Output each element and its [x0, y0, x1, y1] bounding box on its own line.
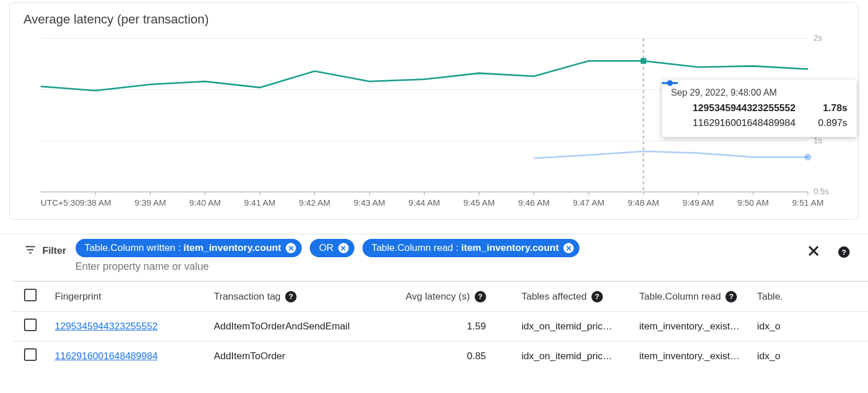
svg-text:9:41 AM: 9:41 AM: [244, 198, 275, 207]
chip-remove-icon[interactable]: ✕: [563, 243, 574, 253]
fingerprint-link[interactable]: 1295345944323255552: [55, 321, 158, 332]
chip-or-label: OR: [319, 242, 334, 254]
filter-input[interactable]: [76, 257, 797, 274]
table-row: 1162916001648489984 AddItemToOrder 0.85 …: [13, 341, 868, 371]
tooltip-row: 1295345944323255552 1.78s: [671, 103, 847, 114]
col-header-fingerprint[interactable]: Fingerprint: [48, 281, 207, 312]
cell-tables-affected: idx_on_itemid_pric…: [515, 341, 633, 371]
chip-value: item_inventory.count: [461, 242, 559, 253]
table-row: 1295345944323255552 AddItemToOrderAndSen…: [13, 312, 868, 341]
svg-text:9:43 AM: 9:43 AM: [354, 198, 385, 207]
row-checkbox[interactable]: [24, 319, 37, 331]
svg-text:9:39 AM: 9:39 AM: [135, 198, 166, 207]
filter-icon: [24, 243, 37, 258]
tooltip-series-label: 1295345944323255552: [693, 103, 817, 114]
chip-remove-icon[interactable]: ✕: [286, 243, 296, 253]
cell-table-column-written: idx_o: [750, 341, 868, 371]
tooltip-row: 1162916001648489984 0.897s: [671, 117, 847, 129]
help-icon[interactable]: ?: [591, 291, 603, 302]
svg-text:9:51 AM: 9:51 AM: [792, 198, 823, 207]
svg-text:2s: 2s: [814, 33, 822, 42]
svg-text:9:38 AM: 9:38 AM: [80, 198, 111, 207]
svg-text:UTC+5:30: UTC+5:30: [41, 198, 80, 207]
chip-value: item_inventory.count: [183, 242, 281, 253]
svg-text:0.5s: 0.5s: [814, 187, 828, 196]
filter-bar: Filter Table.Column written : item_inven…: [0, 234, 868, 274]
filter-chip[interactable]: Table.Column written : item_inventory.co…: [76, 239, 302, 257]
filter-label: Filter: [42, 245, 66, 257]
filter-chip[interactable]: Table.Column read : item_inventory.count…: [362, 239, 580, 257]
tooltip-series-value: 1.78s: [823, 103, 847, 114]
cell-avg-latency: 0.85: [396, 341, 515, 371]
fingerprint-link[interactable]: 1162916001648489984: [55, 351, 158, 361]
svg-text:9:44 AM: 9:44 AM: [408, 198, 440, 207]
row-checkbox[interactable]: [24, 348, 37, 361]
cell-table-column-written: idx_o: [750, 312, 868, 341]
cell-avg-latency: 1.59: [396, 312, 515, 341]
svg-text:9:46 AM: 9:46 AM: [518, 198, 550, 207]
tooltip-series-label: 1162916001648489984: [693, 117, 812, 129]
latency-chart-card: Average latency (per transaction) 0.5s1s…: [9, 2, 859, 220]
select-all-checkbox[interactable]: [24, 289, 37, 301]
col-header-table-column-written[interactable]: Table.: [750, 281, 868, 312]
svg-text:9:45 AM: 9:45 AM: [463, 198, 495, 207]
help-icon[interactable]: ?: [285, 291, 297, 302]
svg-point-44: [667, 80, 673, 86]
help-icon[interactable]: ?: [475, 291, 486, 302]
filter-chips: Table.Column written : item_inventory.co…: [76, 239, 797, 257]
tooltip-series-value: 0.897s: [818, 117, 847, 129]
cell-table-column-read: item_inventory._exist…: [632, 341, 750, 371]
cell-table-column-read: item_inventory._exist…: [632, 312, 750, 341]
svg-text:9:47 AM: 9:47 AM: [573, 198, 605, 207]
tooltip-timestamp: Sep 29, 2022, 9:48:00 AM: [671, 88, 847, 98]
help-icon[interactable]: ?: [725, 291, 737, 302]
svg-rect-39: [641, 58, 646, 64]
clear-filters-button[interactable]: [806, 243, 821, 261]
chart-tooltip: Sep 29, 2022, 9:48:00 AM 129534594432325…: [662, 80, 857, 137]
chip-remove-icon[interactable]: ✕: [338, 243, 349, 253]
filter-help-icon[interactable]: ?: [838, 246, 850, 258]
svg-text:9:48 AM: 9:48 AM: [628, 198, 659, 207]
cell-transaction-tag: AddItemToOrderAndSendEmail: [207, 312, 396, 341]
col-header-tables-affected[interactable]: Tables affected: [522, 291, 587, 302]
col-header-table-column-read[interactable]: Table.Column read: [639, 291, 721, 302]
svg-text:9:50 AM: 9:50 AM: [737, 198, 769, 207]
col-header-avg-latency[interactable]: Avg latency (s): [406, 291, 470, 302]
chip-prefix: Table.Column written :: [85, 242, 184, 253]
filter-icon-label: Filter: [24, 239, 66, 258]
cell-tables-affected: idx_on_itemid_pric…: [515, 312, 633, 341]
cell-transaction-tag: AddItemToOrder: [207, 341, 396, 371]
svg-point-40: [804, 154, 811, 160]
chip-prefix: Table.Column read :: [372, 242, 461, 253]
svg-text:9:40 AM: 9:40 AM: [190, 198, 221, 207]
svg-text:1s: 1s: [814, 136, 822, 145]
svg-text:9:42 AM: 9:42 AM: [299, 198, 330, 207]
transactions-table: Fingerprint Transaction tag? Avg latency…: [13, 281, 868, 371]
chart-title: Average latency (per transaction): [23, 12, 847, 27]
chart-area[interactable]: 0.5s1s1.5s2sUTC+5:309:38 AM9:39 AM9:40 A…: [23, 32, 847, 215]
filter-chip-or[interactable]: OR ✕: [310, 239, 354, 257]
col-header-transaction-tag[interactable]: Transaction tag: [214, 291, 281, 302]
svg-text:9:49 AM: 9:49 AM: [682, 198, 714, 207]
